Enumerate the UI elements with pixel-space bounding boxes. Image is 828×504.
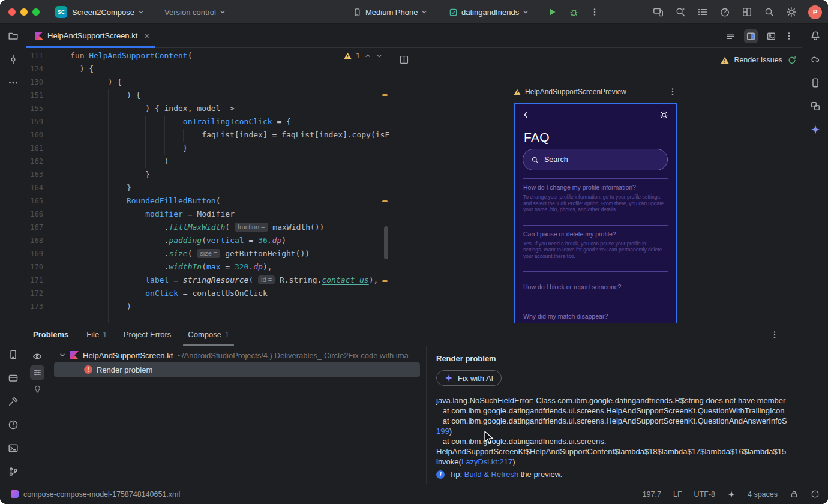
editor-scrollbar[interactable] (384, 226, 388, 259)
project-menu[interactable]: Screen2Compose (72, 0, 144, 24)
code-view-button[interactable] (725, 31, 736, 41)
expand-chevron-icon[interactable] (59, 352, 66, 359)
code-line[interactable]: 168 .padding(vertical = 36.dp) (26, 234, 389, 247)
panel-tab-compose[interactable]: Compose1 (188, 323, 229, 346)
back-button[interactable] (522, 111, 530, 119)
device-manager-button[interactable] (807, 74, 824, 91)
panel-options-button[interactable] (770, 331, 779, 339)
device-mirroring-button[interactable] (653, 7, 664, 17)
split-view-button[interactable] (744, 29, 758, 43)
run-button[interactable] (548, 0, 557, 24)
settings-button[interactable] (786, 7, 797, 17)
gemini-button[interactable] (807, 121, 824, 138)
error-stripe-mark[interactable] (382, 200, 388, 202)
panel-tab-project-errors[interactable]: Project Errors (124, 323, 171, 346)
faq-search-bar[interactable]: Search (523, 149, 668, 170)
render-issues-widget[interactable]: Render Issues (721, 49, 797, 71)
design-view-button[interactable] (766, 31, 776, 41)
previous-issue-icon[interactable] (364, 52, 371, 59)
notifications-button[interactable] (807, 28, 824, 44)
quick-fix-button[interactable] (30, 382, 44, 396)
faq-question[interactable]: Can I pause or delete my profile? (523, 230, 667, 238)
gradle-tool-button[interactable] (807, 51, 824, 68)
terminal-tool-button[interactable] (5, 440, 22, 457)
search-button[interactable] (764, 7, 775, 17)
error-stripe-mark[interactable] (382, 94, 388, 96)
settings-button-preview[interactable] (659, 110, 668, 119)
stack-trace-link[interactable]: 199 (436, 427, 449, 436)
preview-issue-button[interactable] (30, 349, 44, 364)
version-control-tool-button[interactable] (5, 463, 22, 480)
code-line[interactable]: 165 RoundedFilledButton( (26, 194, 389, 208)
avatar[interactable]: P (808, 5, 822, 19)
code-line[interactable]: 169 .size( size = getButtonHeight()) (26, 247, 389, 260)
layout-inspector-button[interactable] (742, 7, 752, 17)
tree-file-row[interactable]: HelpAndSupportScreen.kt ~/AndroidStudioP… (50, 348, 426, 362)
task-list-button[interactable] (697, 7, 708, 17)
more-tool-windows-button[interactable] (5, 74, 22, 91)
stack-trace-link[interactable]: LazyDsl.kt:217 (461, 457, 512, 466)
run-config-selector[interactable]: datingandfriends (449, 0, 529, 24)
next-issue-icon[interactable] (376, 52, 383, 59)
preview-menu-button[interactable] (668, 88, 677, 96)
resource-manager-button[interactable] (807, 98, 824, 115)
code-editor-pane[interactable]: 111fun HelpAndSupportContent(124 ) {130 … (26, 49, 389, 323)
build-refresh-link[interactable]: Build & Refresh (464, 470, 518, 479)
preview-phone-frame[interactable]: FAQ Search How do I change my profile in… (514, 103, 677, 323)
preview-canvas[interactable]: HelpAndSupportScreenPreview FAQ Search (389, 72, 802, 323)
code-line[interactable]: 172 onClick = contactUsOnClick (26, 287, 389, 300)
faq-question[interactable]: How do I block or report someone? (523, 283, 667, 290)
tree-problem-row[interactable]: ! Render problem (54, 362, 420, 377)
editor-options-button[interactable] (785, 32, 793, 40)
window-close-button[interactable] (8, 8, 16, 16)
inspections-widget[interactable]: 1 (344, 52, 383, 60)
running-devices-button[interactable] (5, 346, 22, 363)
caret-position[interactable]: 197:7 (643, 490, 661, 499)
code-line[interactable]: 166 modifier = Modifier (26, 208, 389, 221)
statusbar-file[interactable]: compose-compose-model-1758748140651.xml (11, 490, 180, 499)
code-line[interactable]: 161 } (26, 142, 389, 155)
code-line[interactable]: 164 } (26, 181, 389, 194)
commit-tool-button[interactable] (5, 51, 22, 68)
code-line[interactable]: 163 } (26, 168, 389, 181)
preview-layout-button[interactable] (399, 55, 409, 65)
code-line[interactable]: 130 ) { (26, 76, 389, 89)
debug-button[interactable] (569, 0, 579, 24)
line-ending[interactable]: LF (673, 490, 682, 499)
code-line[interactable]: 159 onTrailingIconClick = { (26, 115, 389, 128)
app-inspection-button[interactable] (5, 370, 22, 386)
problems-tool-button[interactable] (5, 416, 22, 433)
code-line[interactable]: 170 .widthIn(max = 320.dp), (26, 260, 389, 274)
refresh-icon[interactable] (787, 55, 797, 65)
code-line[interactable]: 111fun HelpAndSupportContent( (26, 49, 389, 62)
ai-status-button[interactable] (727, 490, 736, 499)
code-line[interactable]: 160 faqList[index] = faqList[index].copy… (26, 128, 389, 142)
profiler-button[interactable] (719, 7, 730, 17)
window-zoom-button[interactable] (32, 8, 40, 16)
panel-tab-file[interactable]: File1 (86, 323, 107, 346)
app-icon[interactable]: SC (55, 6, 67, 18)
fix-with-ai-button[interactable]: Fix with AI (436, 370, 502, 386)
view-options-button[interactable] (30, 365, 44, 380)
indent-setting[interactable]: 4 spaces (748, 490, 778, 499)
window-minimize-button[interactable] (20, 8, 28, 16)
editor-tab[interactable]: HelpAndSupportScreen.kt × (26, 24, 155, 47)
project-tool-button[interactable] (5, 28, 22, 44)
version-control-menu[interactable]: Version control (164, 0, 226, 24)
code-line[interactable]: 124 ) { (26, 62, 389, 76)
ai-search-button[interactable] (675, 7, 686, 17)
code-line[interactable]: 162 ) (26, 155, 389, 168)
file-encoding[interactable]: UTF-8 (694, 490, 715, 499)
faq-question[interactable]: Why did my match disappear? (523, 313, 667, 320)
code-line[interactable]: 171 label = stringResource( id = R.strin… (26, 274, 389, 287)
event-log-button[interactable] (811, 490, 820, 499)
device-selector[interactable]: Medium Phone (353, 0, 427, 24)
faq-question[interactable]: How do I change my profile information? (523, 184, 667, 191)
code-line[interactable]: 155 ) { index, model -> (26, 102, 389, 115)
build-tool-button[interactable] (5, 393, 22, 410)
readonly-toggle[interactable] (790, 490, 799, 499)
code-line[interactable]: 167 .fillMaxWidth( fraction = maxWidth()… (26, 221, 389, 234)
code-line[interactable]: 151 ) { (26, 89, 389, 102)
code-line[interactable]: 173 ) (26, 300, 389, 313)
error-stripe-mark[interactable] (382, 280, 388, 282)
